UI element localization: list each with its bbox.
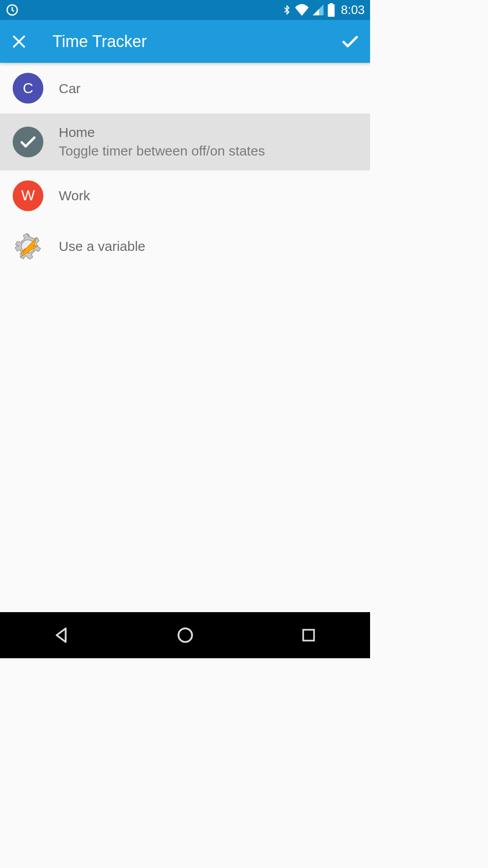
check-icon [19, 132, 38, 151]
status-right: 8:03 [282, 3, 365, 17]
avatar-selected [13, 127, 43, 157]
check-icon [340, 32, 360, 52]
item-subtitle: Toggle timer between off/on states [59, 142, 265, 160]
confirm-button[interactable] [339, 31, 361, 52]
item-title: Car [59, 80, 80, 97]
item-text: Use a variable [59, 237, 145, 255]
svg-rect-5 [303, 630, 314, 641]
list-item-car[interactable]: C Car [0, 63, 370, 113]
home-icon [176, 626, 194, 644]
item-title: Use a variable [59, 237, 145, 255]
navigation-bar [0, 612, 370, 658]
avatar-text: C [23, 80, 33, 97]
bluetooth-icon [282, 3, 292, 17]
back-icon [53, 626, 71, 644]
avatar-letter: W [13, 180, 43, 211]
battery-icon [327, 3, 335, 17]
list-item-home[interactable]: Home Toggle timer between off/on states [0, 113, 370, 170]
svg-point-4 [178, 628, 192, 642]
svg-rect-1 [328, 5, 335, 17]
item-title: Work [59, 187, 90, 204]
list-item-use-variable[interactable]: Use a variable [0, 221, 370, 272]
close-button[interactable] [9, 32, 29, 52]
svg-rect-2 [330, 3, 333, 5]
status-left [5, 3, 19, 17]
tasker-gear-icon [13, 231, 43, 262]
avatar-letter: C [13, 73, 43, 104]
recent-apps-icon [300, 627, 317, 643]
close-icon [11, 34, 27, 49]
timer-list: C Car Home Toggle timer between off/on s… [0, 63, 370, 612]
alarm-icon [5, 3, 19, 17]
nav-home-button[interactable] [163, 622, 208, 649]
avatar-text: W [21, 187, 35, 204]
app-title: Time Tracker [52, 32, 147, 51]
item-title: Home [59, 123, 265, 141]
item-text: Car [59, 80, 80, 97]
wifi-icon [295, 4, 309, 16]
nav-recent-button[interactable] [286, 622, 331, 649]
item-text: Work [59, 187, 90, 204]
status-bar: 8:03 [0, 0, 370, 20]
cell-signal-icon [312, 4, 324, 16]
nav-back-button[interactable] [39, 622, 84, 649]
item-text: Home Toggle timer between off/on states [59, 123, 265, 160]
list-item-work[interactable]: W Work [0, 170, 370, 221]
app-bar: Time Tracker [0, 20, 370, 63]
status-time: 8:03 [341, 3, 365, 17]
